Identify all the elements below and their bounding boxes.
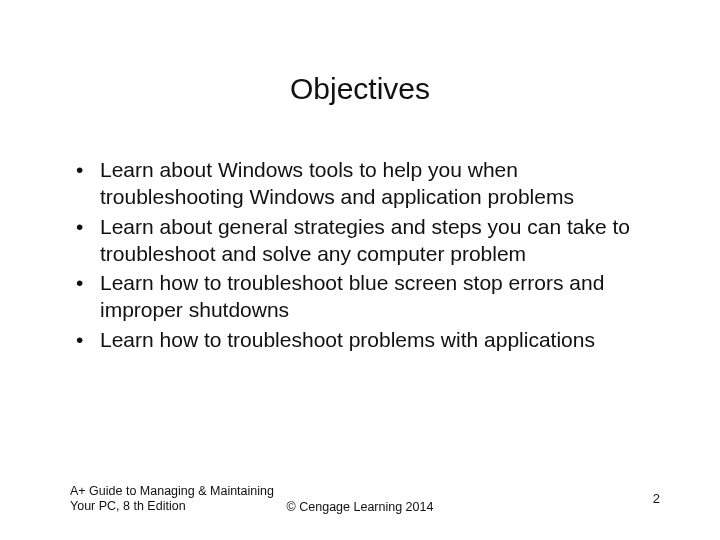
slide-title: Objectives xyxy=(0,72,720,106)
footer-page-number: 2 xyxy=(653,491,660,506)
list-item: Learn how to troubleshoot problems with … xyxy=(76,326,660,353)
list-item: Learn about Windows tools to help you wh… xyxy=(76,156,660,211)
footer-center: © Cengage Learning 2014 xyxy=(0,500,720,514)
list-item: Learn about general strategies and steps… xyxy=(76,213,660,268)
slide-body: Learn about Windows tools to help you wh… xyxy=(76,156,660,355)
bullet-list: Learn about Windows tools to help you wh… xyxy=(76,156,660,353)
slide: Objectives Learn about Windows tools to … xyxy=(0,0,720,540)
list-item: Learn how to troubleshoot blue screen st… xyxy=(76,269,660,324)
